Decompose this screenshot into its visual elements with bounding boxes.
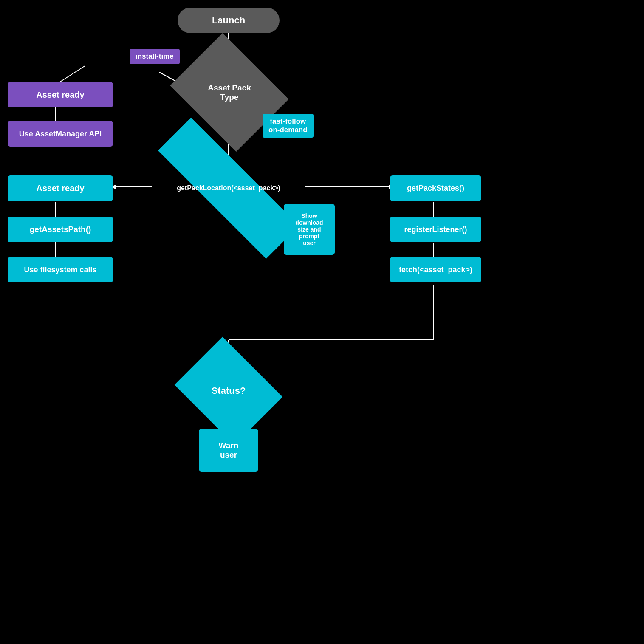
warn-user-node: Warn user: [199, 429, 258, 472]
asset-ready-1-node: Asset ready: [8, 82, 113, 107]
status-label: Status?: [186, 357, 271, 425]
fetch-asset-pack-node: fetch(<asset_pack>): [390, 257, 481, 282]
status-diamond: Status?: [186, 357, 271, 425]
asset-pack-type-label: Asset Pack Type: [183, 55, 276, 130]
register-listener-node: registerListener(): [390, 217, 481, 242]
get-pack-location-label: getPackLocation(<asset_pack>): [152, 165, 305, 212]
get-pack-location-diamond: getPackLocation(<asset_pack>): [152, 165, 305, 212]
flowchart: Launch install-time Asset Pack Type fast…: [0, 0, 644, 644]
get-pack-states-node: getPackStates(): [390, 175, 481, 201]
asset-ready-2-node: Asset ready: [8, 175, 113, 201]
asset-pack-type-diamond: Asset Pack Type: [183, 55, 276, 130]
show-download-node: Show download size and prompt user: [284, 204, 335, 255]
use-filesystem-calls-node: Use filesystem calls: [8, 257, 113, 282]
use-asset-manager-api-node: Use AssetManager API: [8, 121, 113, 147]
install-time-label: install-time: [130, 49, 180, 64]
launch-node: Launch: [178, 8, 280, 33]
get-assets-path-node: getAssetsPath(): [8, 217, 113, 242]
